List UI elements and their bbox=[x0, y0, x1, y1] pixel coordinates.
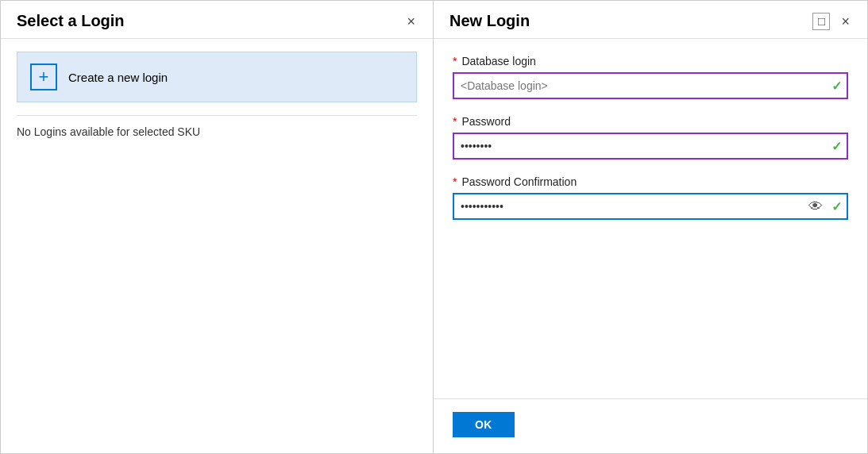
database-login-label-text: Database login bbox=[461, 55, 535, 67]
left-close-button[interactable]: × bbox=[402, 13, 420, 30]
password-confirmation-check-icon: ✓ bbox=[831, 199, 842, 214]
eye-icon[interactable]: 👁 bbox=[808, 198, 823, 215]
right-header-actions: □ × bbox=[812, 13, 854, 30]
database-login-input-wrap: ✓ bbox=[453, 72, 848, 99]
password-input[interactable] bbox=[453, 133, 848, 160]
right-close-button[interactable]: × bbox=[836, 13, 854, 30]
password-check-icon: ✓ bbox=[831, 139, 842, 154]
password-confirmation-input[interactable] bbox=[453, 193, 848, 220]
left-panel-title: Select a Login bbox=[17, 12, 125, 30]
left-panel-body: + Create a new login No Logins available… bbox=[1, 39, 433, 453]
restore-button[interactable]: □ bbox=[812, 13, 830, 30]
plus-icon: + bbox=[39, 68, 49, 86]
password-confirmation-field-group: * Password Confirmation 👁 ✓ bbox=[453, 175, 848, 220]
password-input-wrap: ✓ bbox=[453, 133, 848, 160]
password-confirmation-label: * Password Confirmation bbox=[453, 175, 848, 188]
password-confirmation-input-wrap: 👁 ✓ bbox=[453, 193, 848, 220]
no-logins-text: No Logins available for selected SKU bbox=[17, 115, 417, 141]
required-star-password-confirmation: * bbox=[453, 175, 457, 188]
password-field-group: * Password ✓ bbox=[453, 115, 848, 160]
password-label-text: Password bbox=[461, 115, 510, 128]
required-star-database-login: * bbox=[453, 55, 457, 67]
right-panel-header: New Login □ × bbox=[434, 1, 867, 39]
right-panel-footer: OK bbox=[434, 398, 867, 453]
create-login-button[interactable]: + Create a new login bbox=[17, 52, 417, 102]
dialog-wrapper: Select a Login × + Create a new login No… bbox=[0, 0, 868, 454]
password-label: * Password bbox=[453, 115, 848, 128]
left-panel-header: Select a Login × bbox=[1, 1, 433, 39]
database-login-label: * Database login bbox=[453, 55, 848, 67]
ok-button[interactable]: OK bbox=[453, 412, 515, 437]
plus-icon-box: + bbox=[30, 63, 57, 90]
create-login-label: Create a new login bbox=[68, 71, 168, 84]
required-star-password: * bbox=[453, 115, 457, 128]
right-panel-title: New Login bbox=[449, 12, 530, 30]
password-confirmation-label-text: Password Confirmation bbox=[461, 175, 577, 188]
database-login-field-group: * Database login ✓ bbox=[453, 55, 848, 99]
left-panel: Select a Login × + Create a new login No… bbox=[1, 1, 434, 453]
right-panel: New Login □ × * Database login ✓ bbox=[434, 1, 867, 453]
database-login-check-icon: ✓ bbox=[831, 79, 842, 94]
right-panel-body: * Database login ✓ * Password ✓ bbox=[434, 39, 867, 398]
database-login-input[interactable] bbox=[453, 72, 848, 99]
